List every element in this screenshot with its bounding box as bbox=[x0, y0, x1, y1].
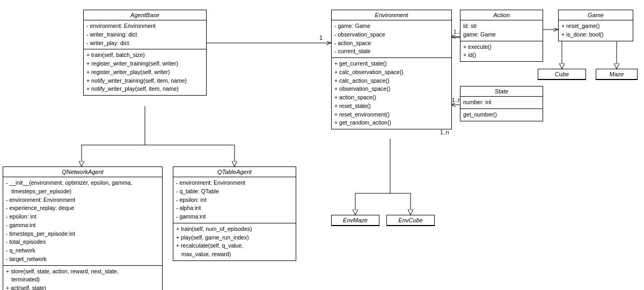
state-class: State number: int get_number() bbox=[460, 86, 543, 121]
action-methods: + execute() + id() bbox=[460, 41, 543, 62]
svg-text:1..n: 1..n bbox=[440, 129, 449, 135]
game-class: Game + reset_game() + is_done: bool() bbox=[558, 10, 633, 41]
maze-title: Maze bbox=[596, 69, 637, 79]
agentbase-class: AgentBase - environment: Environment - w… bbox=[83, 10, 207, 96]
qtableagent-methods: + train(self, num_of_episodes) + play(se… bbox=[173, 223, 296, 260]
environment-attributes: - game: Game - observation_space - actio… bbox=[332, 20, 451, 58]
game-title: Game bbox=[559, 10, 633, 20]
game-methods: + reset_game() + is_done: bool() bbox=[559, 20, 633, 41]
environment-title: Environment bbox=[332, 10, 451, 20]
qtableagent-attributes: - environment: Environment - q_table: QT… bbox=[173, 177, 296, 223]
maze-class: Maze bbox=[596, 69, 638, 80]
environment-methods: + get_current_state() + calc_observation… bbox=[332, 58, 451, 129]
agentbase-methods: + train(self, batch_size) + register_wri… bbox=[84, 49, 206, 95]
cube-title: Cube bbox=[538, 69, 586, 79]
cube-class: Cube bbox=[538, 69, 586, 80]
envmaze-title: EnvMaze bbox=[332, 215, 379, 226]
environment-class: Environment - game: Game - observation_s… bbox=[331, 10, 452, 129]
action-title: Action bbox=[460, 10, 543, 20]
uml-diagram: 1 1..n 1..n 1..n 1..n AgentBase - env bbox=[0, 0, 644, 290]
svg-text:1: 1 bbox=[319, 34, 323, 41]
state-methods: get_number() bbox=[460, 109, 543, 121]
qtableagent-class: QTableAgent - environment: Environment -… bbox=[173, 166, 296, 261]
qnetworkagent-class: QNetworkAgent - __init__(environment, op… bbox=[3, 166, 163, 290]
qnetworkagent-methods: + store(self, state, action, reward, nex… bbox=[3, 266, 162, 291]
qnetworkagent-attributes: - __init__(environment, optimizer, epsil… bbox=[3, 177, 162, 266]
state-attributes: number: int bbox=[460, 97, 543, 109]
action-attributes: id: str game: Game bbox=[460, 20, 543, 41]
agentbase-title: AgentBase bbox=[84, 10, 206, 20]
envmaze-class: EnvMaze bbox=[331, 215, 379, 226]
action-class: Action id: str game: Game + execute() + … bbox=[460, 10, 543, 62]
qtableagent-title: QTableAgent bbox=[173, 167, 296, 177]
agentbase-attributes: - environment: Environment - writer_trai… bbox=[84, 20, 206, 49]
envcube-class: EnvCube bbox=[386, 215, 435, 226]
state-title: State bbox=[460, 86, 543, 97]
envcube-title: EnvCube bbox=[387, 215, 434, 226]
qnetworkagent-title: QNetworkAgent bbox=[3, 167, 162, 177]
